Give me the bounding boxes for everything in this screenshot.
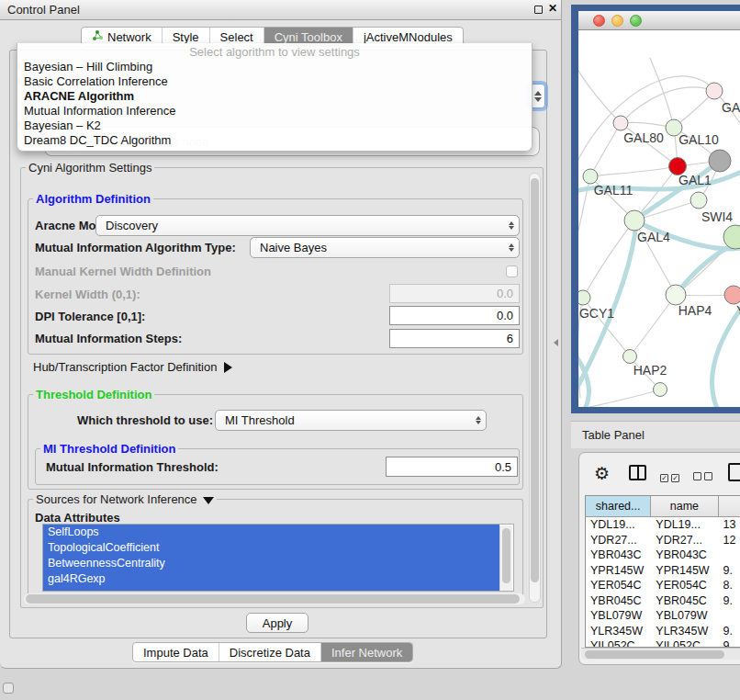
network-view-window[interactable]: GALGAL80GAL10GAL1GAL11SWI4GAL4GCY1HAP4YH…: [571, 5, 740, 413]
algorithm-option-basic-correlation-inference[interactable]: Basic Correlation Inference: [17, 74, 532, 89]
settings-hscroll-thumb[interactable]: [26, 594, 520, 604]
split-columns-icon[interactable]: [629, 465, 646, 480]
minimize-traffic-light-icon[interactable]: [611, 15, 623, 27]
unchecked-boxes-icon[interactable]: [693, 468, 715, 484]
table-panel-titlebar[interactable]: Table Panel: [571, 421, 740, 448]
float-window-icon[interactable]: [534, 6, 543, 14]
attribute-item-partial[interactable]: [43, 587, 499, 592]
network-node[interactable]: [709, 150, 731, 172]
table-cell[interactable]: YIL052C: [651, 638, 718, 647]
table-cell[interactable]: YBR043C: [651, 548, 718, 563]
network-node-gal80[interactable]: [613, 116, 628, 130]
table-cell[interactable]: YBR045C: [651, 593, 718, 609]
network-edge[interactable]: [630, 295, 676, 356]
algorithm-option-mutual-information-inference[interactable]: Mutual Information Inference: [17, 104, 532, 119]
kernel-width-field[interactable]: [389, 284, 520, 303]
control-panel-titlebar[interactable]: Control Panel ✕: [0, 0, 561, 20]
table-cell[interactable]: YBL079W: [651, 608, 718, 624]
network-node-gcy1[interactable]: [578, 290, 590, 305]
table-cell[interactable]: YDL19...: [651, 517, 718, 533]
list-scrollbar[interactable]: [499, 525, 512, 591]
network-node[interactable]: [706, 83, 723, 99]
column-header-name[interactable]: name: [651, 496, 718, 516]
network-node-gal11[interactable]: [583, 169, 598, 184]
table-cell[interactable]: 9: [719, 638, 740, 647]
table-cell[interactable]: YDR27...: [586, 533, 651, 548]
network-node-hap4[interactable]: [666, 285, 686, 305]
table-cell[interactable]: 9.: [719, 624, 740, 639]
table-cell[interactable]: YLR345W: [586, 624, 651, 639]
network-node[interactable]: [723, 225, 740, 249]
close-traffic-light-icon[interactable]: [593, 15, 605, 27]
network-edge[interactable]: [590, 166, 678, 176]
attribute-item-betweennesscentrality[interactable]: BetweennessCentrality: [43, 556, 499, 571]
network-edge[interactable]: [578, 176, 590, 231]
table-cell[interactable]: [719, 548, 740, 563]
algorithm-option-aracne-algorithm[interactable]: ARACNE Algorithm: [17, 89, 532, 104]
network-canvas[interactable]: GALGAL80GAL10GAL1GAL11SWI4GAL4GCY1HAP4YH…: [578, 30, 740, 407]
gear-icon[interactable]: ⚙: [594, 463, 610, 484]
table-row[interactable]: YIL052CYIL052C9: [586, 638, 740, 647]
algorithm-option-bayesian-k2[interactable]: Bayesian – K2: [17, 119, 532, 133]
list-scrollbar-thumb[interactable]: [502, 528, 510, 583]
network-node-swi4[interactable]: [690, 192, 707, 209]
table-cell[interactable]: YPR145W: [586, 563, 651, 579]
checked-boxes-icon[interactable]: ✓✓: [660, 468, 682, 484]
table-row[interactable]: YDR27...YDR27...12: [586, 533, 740, 548]
tab-discretize-data[interactable]: Discretize Data: [219, 643, 320, 661]
mi-algorithm-type-combobox[interactable]: Naive Bayes: [250, 237, 520, 258]
table-cell[interactable]: YER054C: [586, 578, 651, 593]
algorithm-option-dream8-dc-tdc-algorithm[interactable]: Dream8 DC_TDC Algorithm: [17, 133, 532, 148]
tab-infer-network[interactable]: Infer Network: [320, 643, 412, 661]
manual-kernel-width-checkbox[interactable]: [506, 265, 518, 277]
table-cell[interactable]: 9.: [719, 563, 740, 579]
apply-button[interactable]: Apply: [246, 613, 308, 633]
dpi-tolerance-field[interactable]: [389, 306, 520, 325]
tab-impute-data[interactable]: Impute Data: [133, 643, 219, 661]
network-node-gal4[interactable]: [624, 210, 645, 231]
mi-threshold-field[interactable]: [386, 457, 518, 477]
table-cell[interactable]: YIL052C: [586, 638, 651, 647]
network-node-y[interactable]: [724, 286, 740, 304]
spinner-down-icon[interactable]: [534, 97, 542, 102]
network-edge[interactable]: [578, 76, 714, 166]
table-row[interactable]: YBR043CYBR043C: [586, 548, 740, 563]
network-edge[interactable]: [590, 123, 621, 176]
table-cell[interactable]: 9.: [719, 593, 740, 609]
table-row[interactable]: YPR145WYPR145W9.: [586, 563, 740, 579]
attribute-item-selfloops[interactable]: SelfLoops: [43, 525, 499, 540]
spinner-up-icon[interactable]: [534, 91, 542, 96]
data-attributes-list[interactable]: SelfLoopsTopologicalCoefficientBetweenne…: [42, 524, 514, 592]
table-row[interactable]: YLR345WYLR345W9.: [586, 624, 740, 639]
algorithm-option-bayesian-hill-climbing[interactable]: Bayesian – Hill Climbing: [17, 60, 532, 74]
table-cell[interactable]: YBR043C: [586, 548, 651, 563]
network-edge[interactable]: [582, 390, 660, 407]
table-cell[interactable]: [719, 608, 740, 624]
expand-arrow-icon[interactable]: [224, 362, 232, 373]
network-edge[interactable]: [583, 220, 634, 298]
column-header-a[interactable]: A: [719, 496, 740, 516]
network-edge[interactable]: [578, 71, 621, 123]
collapse-arrow-icon[interactable]: [203, 497, 214, 504]
settings-vertical-scrollbar[interactable]: [529, 173, 541, 603]
sources-group-title[interactable]: Sources for Network Inference: [33, 492, 217, 506]
which-threshold-combobox[interactable]: MI Threshold: [215, 410, 487, 431]
hub-definition-toggle[interactable]: Hub/Transcription Factor Definition: [33, 360, 232, 374]
table-row[interactable]: YER054CYER054C8.: [586, 578, 740, 593]
table-row[interactable]: YBR045CYBR045C9.: [586, 593, 740, 609]
network-edge[interactable]: [712, 302, 740, 407]
splitpane-collapse-icon[interactable]: [554, 339, 558, 346]
table-cell[interactable]: 12: [719, 533, 740, 548]
table-cell[interactable]: YBR045C: [586, 593, 651, 609]
network-node[interactable]: [654, 383, 667, 397]
network-edge[interactable]: [650, 58, 674, 128]
network-window-titlebar[interactable]: [578, 11, 740, 30]
table-cell[interactable]: YDL19...: [586, 517, 651, 533]
table-cell[interactable]: YDR27...: [651, 533, 718, 548]
table-row[interactable]: YDL19...YDL19...13: [586, 517, 740, 533]
zoom-traffic-light-icon[interactable]: [630, 15, 642, 27]
table-cell[interactable]: YBL079W: [586, 608, 651, 624]
table-row[interactable]: YBL079WYBL079W: [586, 608, 740, 624]
settings-horizontal-scrollbar[interactable]: [24, 593, 525, 604]
table-horizontal-scrollbar[interactable]: [581, 648, 740, 660]
